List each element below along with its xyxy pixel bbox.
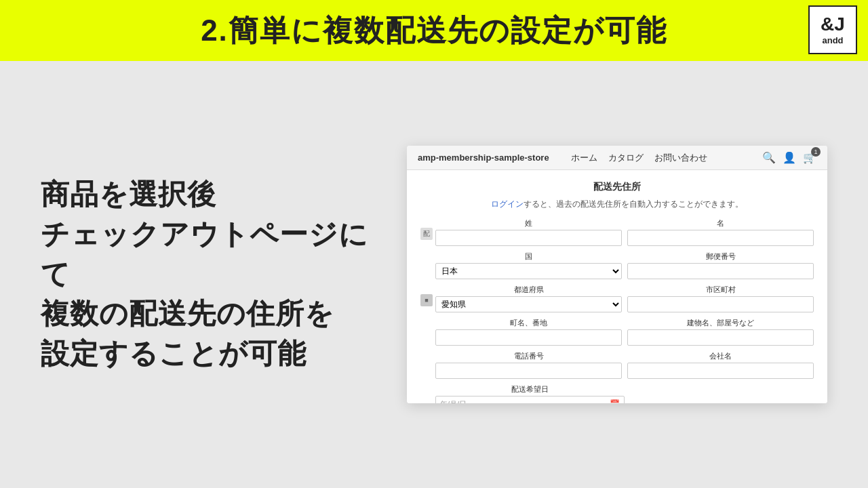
delivery-date-label: 配送希望日 — [435, 384, 625, 394]
text-line-2: チェックアウトページにて — [41, 215, 380, 295]
town-label: 町名、番地 — [435, 318, 622, 328]
company-label: 会社名 — [627, 351, 814, 361]
logo-box: &J andd — [808, 5, 857, 54]
pref-indicator-num: ■ — [425, 297, 428, 304]
form-title: 配送先住所 — [420, 181, 814, 193]
company-group: 会社名 — [627, 351, 814, 379]
first-name-input[interactable] — [627, 230, 814, 246]
browser-icons: 🔍 👤 🛒 1 — [762, 151, 816, 164]
header-bar: 2.簡単に複数配送先の設定が可能 &J andd — [0, 0, 868, 61]
left-text-area: 商品を選択後 チェックアウトページにて 複数の配送先の住所を 設定することが可能 — [27, 175, 380, 374]
company-input[interactable] — [627, 363, 814, 379]
header-title: 2.簡単に複数配送先の設定が可能 — [201, 11, 667, 51]
last-name-input[interactable] — [435, 230, 622, 246]
delivery-date-input[interactable]: 年/月/日 📅 — [435, 396, 625, 403]
text-line-3: 複数の配送先の住所を — [41, 294, 380, 334]
country-label: 国 — [435, 251, 622, 262]
prefecture-section-row: ■ 都道府県 愛知県 市区町村 — [420, 285, 814, 403]
building-group: 建物名、部屋号など — [627, 318, 814, 346]
logo-text: andd — [822, 35, 843, 45]
town-input[interactable] — [435, 329, 622, 346]
name-section-row: 配 姓 名 — [420, 218, 814, 285]
delivery-date-row: 配送希望日 年/月/日 📅 — [435, 384, 814, 403]
main-content: 商品を選択後 チェックアウトページにて 複数の配送先の住所を 設定することが可能… — [0, 61, 868, 488]
subtitle-text: すると、過去の配送先住所を自動入力することができます。 — [524, 199, 743, 209]
prefecture-label: 都道府県 — [435, 285, 622, 295]
login-link[interactable]: ログイン — [491, 199, 524, 209]
name-fields-wrap: 姓 名 国 日本 — [435, 218, 814, 285]
phone-input[interactable] — [435, 363, 622, 379]
calendar-icon: 📅 — [610, 399, 620, 403]
form-content: 配送先住所 ログインすると、過去の配送先住所を自動入力することができます。 配 … — [407, 170, 827, 403]
town-building-row: 町名、番地 建物名、部屋号など — [435, 318, 814, 346]
country-group: 国 日本 — [435, 251, 622, 279]
prefecture-city-row: 都道府県 愛知県 市区町村 — [435, 285, 814, 312]
account-icon[interactable]: 👤 — [783, 151, 796, 164]
postal-label: 郵便番号 — [627, 251, 814, 262]
cart-icon-wrap[interactable]: 🛒 1 — [803, 151, 816, 164]
phone-company-row: 電話番号 会社名 — [435, 351, 814, 379]
last-name-label: 姓 — [435, 218, 622, 228]
building-input[interactable] — [627, 329, 814, 346]
prefecture-fields-wrap: 都道府県 愛知県 市区町村 町名、番地 — [435, 285, 814, 403]
store-name: amp-membership-sample-store — [418, 152, 549, 163]
browser-nav: amp-membership-sample-store ホーム カタログ お問い… — [407, 146, 827, 170]
section-indicator-name: 配 — [420, 228, 433, 240]
first-name-group: 名 — [627, 218, 814, 246]
nav-links: ホーム カタログ お問い合わせ — [571, 152, 754, 164]
cart-badge: 1 — [811, 147, 821, 157]
search-icon[interactable]: 🔍 — [762, 151, 776, 164]
town-group: 町名、番地 — [435, 318, 622, 346]
postal-group: 郵便番号 — [627, 251, 814, 279]
phone-label: 電話番号 — [435, 351, 622, 361]
city-group: 市区町村 — [627, 285, 814, 312]
nav-link-catalog[interactable]: カタログ — [608, 152, 644, 164]
form-subtitle: ログインすると、過去の配送先住所を自動入力することができます。 — [420, 199, 814, 210]
date-placeholder: 年/月/日 — [440, 399, 467, 404]
first-name-label: 名 — [627, 218, 814, 228]
nav-link-contact[interactable]: お問い合わせ — [654, 152, 707, 164]
country-postal-row: 国 日本 郵便番号 — [435, 251, 814, 279]
country-select[interactable]: 日本 — [435, 263, 622, 279]
phone-group: 電話番号 — [435, 351, 622, 379]
name-row: 姓 名 — [435, 218, 814, 246]
text-line-1: 商品を選択後 — [41, 175, 380, 215]
section-indicator-pref: ■ — [420, 294, 433, 306]
prefecture-group: 都道府県 愛知県 — [435, 285, 622, 312]
building-label: 建物名、部屋号など — [627, 318, 814, 328]
section-label: 配 — [423, 229, 430, 239]
city-input[interactable] — [627, 296, 814, 312]
logo-symbol: &J — [821, 15, 845, 34]
text-line-4: 設定することが可能 — [41, 334, 380, 374]
delivery-date-group: 配送希望日 年/月/日 📅 — [435, 384, 625, 403]
postal-input[interactable] — [627, 263, 814, 279]
prefecture-select[interactable]: 愛知県 — [435, 296, 622, 312]
nav-link-home[interactable]: ホーム — [571, 152, 597, 164]
last-name-group: 姓 — [435, 218, 622, 246]
city-label: 市区町村 — [627, 285, 814, 295]
browser-mockup: amp-membership-sample-store ホーム カタログ お問い… — [407, 146, 827, 403]
